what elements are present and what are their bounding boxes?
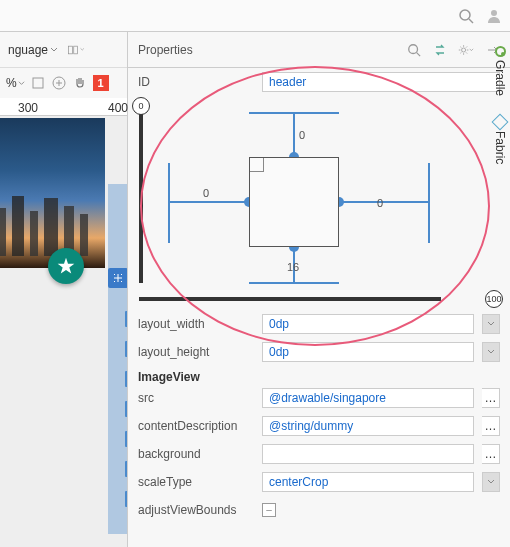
expand-constraints-button[interactable]	[108, 268, 127, 288]
search-props-icon[interactable]	[406, 42, 422, 58]
svg-line-1	[469, 19, 473, 23]
layout-height-field[interactable]	[262, 342, 474, 362]
settings-icon[interactable]	[458, 42, 474, 58]
search-icon[interactable]	[458, 8, 474, 24]
properties-panel: Properties ID 0 100	[128, 32, 510, 547]
fabric-icon	[492, 114, 509, 131]
constraint-bottom-label: 16	[287, 261, 299, 273]
src-label: src	[138, 391, 254, 405]
editor-toolbar-2: % 1	[0, 68, 127, 98]
layout-editor-panel: nguage % 1 300 400	[0, 32, 128, 547]
dropdown-arrow-icon[interactable]	[482, 314, 500, 334]
viewmode-icon[interactable]	[68, 42, 84, 58]
fabric-tab[interactable]: Fabric	[493, 116, 507, 164]
zoom-dropdown[interactable]: %	[4, 76, 25, 90]
dropdown-arrow-icon[interactable]	[482, 472, 500, 492]
svg-rect-5	[33, 78, 43, 88]
ruler-tick: 400	[108, 101, 128, 115]
header-imageview-preview[interactable]	[0, 118, 105, 268]
adjustviewbounds-checkbox[interactable]: –	[262, 503, 276, 517]
more-icon[interactable]: …	[482, 444, 500, 464]
constraint-top-label: 0	[299, 129, 305, 141]
layout-width-label: layout_width	[138, 317, 254, 331]
svg-point-2	[491, 10, 497, 16]
swap-icon[interactable]	[432, 42, 448, 58]
blueprint-handles	[125, 311, 127, 547]
more-icon[interactable]: …	[482, 416, 500, 436]
top-toolbar	[0, 0, 510, 32]
svg-line-10	[417, 52, 421, 56]
src-field[interactable]	[262, 388, 474, 408]
layout-width-field[interactable]	[262, 314, 474, 334]
ruler-horizontal: 300 400	[0, 98, 127, 116]
pan-icon[interactable]	[72, 75, 88, 91]
contentdescription-label: contentDescription	[138, 419, 254, 433]
side-tool-tabs: Gradle Fabric	[490, 40, 510, 164]
user-icon[interactable]	[486, 8, 502, 24]
more-icon[interactable]: …	[482, 388, 500, 408]
dropdown-arrow-icon[interactable]	[482, 342, 500, 362]
zoom-in-icon[interactable]	[51, 75, 67, 91]
language-dropdown[interactable]: nguage	[4, 41, 62, 59]
constraint-left-label: 0	[203, 187, 209, 199]
slider-knob-end[interactable]: 100	[485, 290, 503, 308]
design-canvas[interactable]: apore, and rden City, east Asia es one t…	[0, 116, 127, 547]
error-badge[interactable]: 1	[93, 75, 109, 91]
id-label: ID	[138, 75, 254, 89]
id-field[interactable]	[262, 72, 500, 92]
background-field[interactable]	[262, 444, 474, 464]
svg-rect-4	[74, 46, 78, 54]
section-imageview: ImageView	[128, 366, 510, 384]
bias-slider-horizontal[interactable]	[139, 297, 441, 301]
constraint-widget[interactable]: 0 100	[138, 102, 500, 302]
contentdescription-field[interactable]	[262, 416, 474, 436]
svg-point-9	[409, 44, 418, 53]
layout-height-label: layout_height	[138, 345, 254, 359]
zoom-fit-icon[interactable]	[30, 75, 46, 91]
svg-point-11	[462, 47, 466, 51]
scaletype-label: scaleType	[138, 475, 254, 489]
gradle-tab[interactable]: Gradle	[493, 46, 507, 96]
description-text: apore, and rden City, east Asia es one t…	[0, 416, 122, 506]
svg-point-0	[460, 10, 470, 20]
scaletype-field[interactable]	[262, 472, 474, 492]
background-label: background	[138, 447, 254, 461]
ruler-tick: 300	[18, 101, 38, 115]
svg-rect-3	[69, 46, 73, 54]
gradle-icon	[495, 46, 506, 57]
fab-button[interactable]	[48, 248, 84, 284]
constraint-right-label: 0	[377, 197, 383, 209]
adjustviewbounds-label: adjustViewBounds	[138, 503, 254, 517]
editor-toolbar: nguage	[0, 32, 127, 68]
constraint-view-box[interactable]	[249, 157, 339, 247]
panel-title: Properties	[138, 43, 193, 57]
